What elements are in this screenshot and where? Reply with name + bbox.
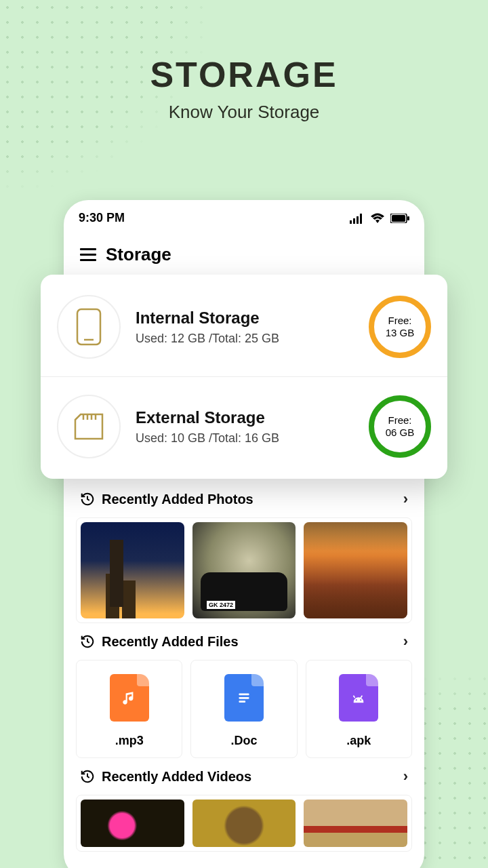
svg-rect-11	[239, 697, 249, 699]
files-section-header[interactable]: Recently Added Files ›	[76, 623, 412, 660]
battery-icon	[390, 214, 409, 223]
file-card-mp3[interactable]: .mp3	[76, 660, 182, 758]
menu-icon[interactable]	[80, 248, 96, 262]
free-label: Free:	[388, 414, 411, 427]
history-icon	[80, 492, 95, 507]
svg-rect-5	[392, 215, 405, 222]
internal-free-ring: Free: 13 GB	[369, 296, 431, 358]
file-ext-label: .mp3	[83, 734, 175, 748]
svg-rect-9	[80, 259, 96, 261]
free-value: 06 GB	[386, 427, 415, 439]
file-ext-label: .Doc	[198, 734, 289, 748]
chevron-right-icon: ›	[403, 490, 408, 508]
sdcard-icon	[57, 395, 121, 458]
music-file-icon	[110, 674, 149, 722]
chevron-right-icon: ›	[403, 633, 408, 650]
hero-subtitle: Know Your Storage	[0, 102, 488, 123]
internal-storage-name: Internal Storage	[136, 309, 354, 328]
svg-point-13	[356, 699, 357, 701]
history-icon	[80, 769, 95, 784]
free-value: 13 GB	[386, 327, 415, 339]
document-file-icon	[224, 674, 264, 722]
video-thumbnail[interactable]	[192, 800, 296, 847]
photos-section-header[interactable]: Recently Added Photos ›	[76, 481, 412, 517]
photo-thumbnail[interactable]	[192, 522, 296, 618]
wifi-icon	[370, 213, 385, 224]
hero-title: STORAGE	[0, 54, 488, 95]
internal-storage-usage: Used: 12 GB /Total: 25 GB	[136, 332, 354, 346]
apk-file-icon	[339, 674, 378, 722]
files-section-label: Recently Added Files	[102, 634, 396, 650]
svg-rect-8	[80, 254, 96, 256]
history-icon	[80, 634, 95, 649]
file-card-apk[interactable]: .apk	[306, 660, 412, 758]
chevron-right-icon: ›	[403, 768, 408, 785]
video-thumbnail[interactable]	[81, 800, 184, 847]
external-storage-name: External Storage	[136, 408, 354, 427]
file-card-doc[interactable]: .Doc	[190, 660, 297, 758]
free-label: Free:	[388, 315, 411, 327]
external-storage-usage: Used: 10 GB /Total: 16 GB	[136, 431, 354, 446]
file-ext-label: .apk	[313, 734, 405, 748]
external-free-ring: Free: 06 GB	[369, 395, 431, 458]
status-time: 9:30 PM	[79, 211, 125, 225]
svg-point-14	[360, 699, 361, 701]
svg-rect-2	[357, 216, 359, 224]
videos-row	[76, 795, 412, 852]
external-storage-row[interactable]: External Storage Used: 10 GB /Total: 16 …	[41, 376, 447, 476]
status-bar: 9:30 PM	[64, 200, 424, 231]
svg-rect-12	[239, 701, 245, 703]
phone-icon	[57, 295, 121, 359]
svg-rect-3	[360, 214, 362, 224]
photo-thumbnail[interactable]	[304, 522, 407, 618]
storage-summary-card: Internal Storage Used: 12 GB /Total: 25 …	[41, 275, 447, 479]
page-title: Storage	[106, 244, 171, 265]
svg-rect-10	[239, 694, 249, 696]
svg-rect-1	[353, 218, 355, 224]
photos-section-label: Recently Added Photos	[102, 492, 396, 507]
svg-rect-0	[350, 220, 352, 224]
signal-icon	[350, 213, 365, 224]
svg-rect-7	[80, 248, 96, 250]
videos-section-header[interactable]: Recently Added Videos ›	[76, 758, 412, 795]
photo-thumbnail[interactable]	[81, 522, 184, 618]
internal-storage-row[interactable]: Internal Storage Used: 12 GB /Total: 25 …	[41, 277, 447, 376]
videos-section-label: Recently Added Videos	[102, 769, 396, 785]
video-thumbnail[interactable]	[304, 800, 407, 847]
photos-row	[76, 517, 412, 623]
svg-rect-6	[407, 216, 409, 220]
